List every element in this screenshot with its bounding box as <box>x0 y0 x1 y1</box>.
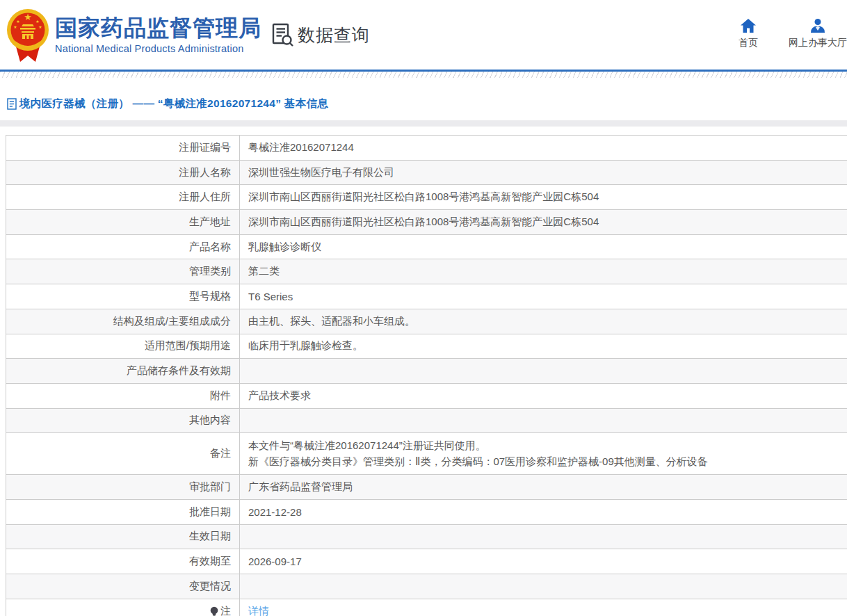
table-row: 生产地址 深圳市南山区西丽街道阳光社区松白路1008号港鸿基高新智能产业园C栋5… <box>6 210 847 235</box>
row-value: T6 Series <box>240 284 847 309</box>
row-value: 2026-09-17 <box>240 549 847 574</box>
table-row: 产品储存条件及有效期 <box>6 359 847 384</box>
top-nav: 首页 网上办事大厅 <box>739 19 847 49</box>
row-value: 深圳市南山区西丽街道阳光社区松白路1008号港鸿基高新智能产业园C栋504 <box>240 185 847 209</box>
row-label: 注册人名称 <box>6 161 240 185</box>
svg-text:★: ★ <box>35 19 39 24</box>
table-row-remark: 备注 本文件与“粤械注准20162071244”注册证共同使用。 新《医疗器械分… <box>6 433 847 475</box>
row-value: 乳腺触诊诊断仪 <box>240 235 847 259</box>
row-label: 注册人住所 <box>6 185 240 209</box>
document-icon <box>7 98 17 110</box>
row-label: 有效期至 <box>6 549 240 574</box>
row-value <box>240 409 847 433</box>
row-label: 备注 <box>6 433 240 474</box>
table-row: 审批部门 广东省药品监督管理局 <box>6 475 847 500</box>
row-value <box>240 574 847 599</box>
nav-item-service-hall[interactable]: 网上办事大厅 <box>789 19 847 49</box>
table-row: 变更情况 <box>6 574 847 599</box>
svg-text:★: ★ <box>16 19 19 24</box>
title-bar: 境内医疗器械（注册） —— “粤械注准20162071244” 基本信息 <box>0 78 847 120</box>
nav-item-home[interactable]: 首页 <box>739 19 758 49</box>
table-row: 批准日期 2021-12-28 <box>6 500 847 525</box>
table-row: 管理类别 第二类 <box>6 259 847 284</box>
nav-home-label: 首页 <box>739 37 758 49</box>
table-row: 有效期至 2026-09-17 <box>6 549 847 574</box>
brand-name-cn: 国家药品监督管理局 <box>55 16 261 40</box>
data-query-section: 数据查询 <box>271 22 370 47</box>
page: ★ ★ ★ ★ ★ 国家药品监督管理局 National Medical Pro… <box>0 0 847 616</box>
row-value <box>240 359 847 383</box>
row-label: 结构及组成/主要组成成分 <box>6 309 240 334</box>
remark-line-2: 新《医疗器械分类目录》管理类别：Ⅱ类，分类编码：07医用诊察和监护器械-09其他… <box>248 455 708 469</box>
table-row: 附件 产品技术要求 <box>6 384 847 409</box>
table-row: 注册证编号 粤械注准20162071244 <box>6 136 847 161</box>
row-label: 审批部门 <box>6 475 240 499</box>
table-row: 生效日期 <box>6 525 847 550</box>
user-icon <box>810 19 825 33</box>
page-title: 境内医疗器械（注册） —— “粤械注准20162071244” 基本信息 <box>19 97 328 111</box>
table-row: 产品名称 乳腺触诊诊断仪 <box>6 235 847 260</box>
header: ★ ★ ★ ★ ★ 国家药品监督管理局 National Medical Pro… <box>0 0 847 70</box>
row-label: 变更情况 <box>6 574 240 599</box>
national-emblem-logo: ★ ★ ★ ★ ★ <box>6 5 50 64</box>
table-row: 适用范围/预期用途 临床用于乳腺触诊检查。 <box>6 334 847 359</box>
row-label: 注 <box>6 599 240 616</box>
row-value: 第二类 <box>240 259 847 284</box>
title-divider-band <box>0 120 847 127</box>
row-value: 广东省药品监督管理局 <box>240 475 847 499</box>
row-value: 本文件与“粤械注准20162071244”注册证共同使用。 新《医疗器械分类目录… <box>240 433 847 474</box>
nav-service-hall-label: 网上办事大厅 <box>789 37 847 49</box>
registration-info-table: 注册证编号 粤械注准20162071244 注册人名称 深圳世强生物医疗电子有限… <box>6 135 847 616</box>
row-value <box>240 525 847 549</box>
table-row: 型号规格 T6 Series <box>6 284 847 309</box>
row-value: 临床用于乳腺触诊检查。 <box>240 334 847 359</box>
row-value: 2021-12-28 <box>240 500 847 524</box>
row-label: 批准日期 <box>6 500 240 524</box>
table-row: 注册人名称 深圳世强生物医疗电子有限公司 <box>6 161 847 186</box>
home-icon <box>741 19 756 33</box>
note-label: 注 <box>220 605 231 616</box>
brand: 国家药品监督管理局 National Medical Products Admi… <box>55 16 261 54</box>
brand-name-en: National Medical Products Administration <box>55 43 261 54</box>
row-value: 深圳世强生物医疗电子有限公司 <box>240 161 847 185</box>
row-label: 其他内容 <box>6 409 240 433</box>
row-label: 适用范围/预期用途 <box>6 334 240 359</box>
row-label: 附件 <box>6 384 240 408</box>
row-label: 生效日期 <box>6 525 240 549</box>
row-label: 产品储存条件及有效期 <box>6 359 240 383</box>
row-label: 管理类别 <box>6 259 240 284</box>
document-search-icon <box>271 22 293 47</box>
row-label: 产品名称 <box>6 235 240 259</box>
row-value: 详情 <box>240 599 847 616</box>
row-value: 产品技术要求 <box>240 384 847 408</box>
row-value: 深圳市南山区西丽街道阳光社区松白路1008号港鸿基高新智能产业园C栋504 <box>240 210 847 234</box>
row-value: 粤械注准20162071244 <box>240 136 847 160</box>
row-label: 生产地址 <box>6 210 240 234</box>
svg-text:★: ★ <box>38 25 42 29</box>
note-bulb-icon <box>210 606 218 616</box>
row-value: 由主机、探头、适配器和小车组成。 <box>240 309 847 334</box>
data-query-label: 数据查询 <box>298 24 370 47</box>
table-row: 注册人住所 深圳市南山区西丽街道阳光社区松白路1008号港鸿基高新智能产业园C栋… <box>6 185 847 210</box>
header-divider-hatch <box>0 72 847 78</box>
table-row: 结构及组成/主要组成成分 由主机、探头、适配器和小车组成。 <box>6 309 847 334</box>
row-label: 型号规格 <box>6 284 240 309</box>
table-row-note: 注 详情 <box>6 599 847 616</box>
detail-link[interactable]: 详情 <box>248 605 269 616</box>
svg-text:★: ★ <box>13 25 17 29</box>
table-row: 其他内容 <box>6 409 847 434</box>
svg-text:★: ★ <box>24 12 32 22</box>
remark-line-1: 本文件与“粤械注准20162071244”注册证共同使用。 <box>248 439 486 453</box>
row-label: 注册证编号 <box>6 136 240 160</box>
